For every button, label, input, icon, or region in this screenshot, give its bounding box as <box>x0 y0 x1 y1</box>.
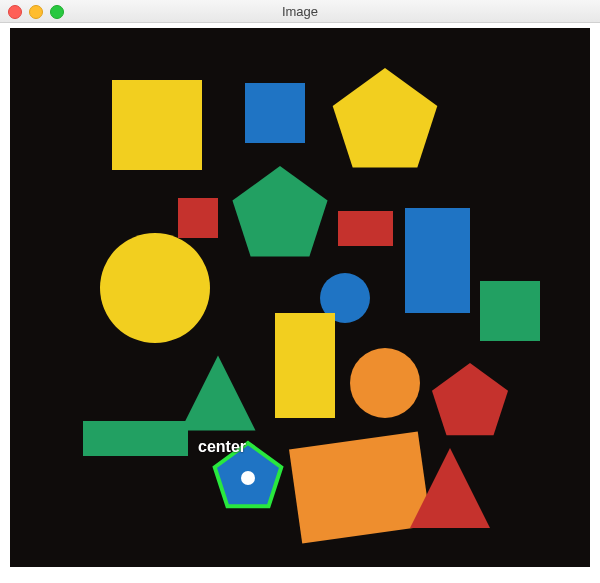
shape-red-small-square <box>178 198 218 238</box>
image-svg <box>10 28 590 567</box>
shape-yellow-circle-mid-left <box>100 233 210 343</box>
shape-red-small-rect <box>338 211 393 246</box>
shape-orange-big-rect <box>289 431 431 543</box>
shape-orange-circle <box>350 348 420 418</box>
shape-blue-pentagon-annotated-center-dot <box>241 471 255 485</box>
shape-blue-tall-rect <box>405 208 470 313</box>
shape-yellow-tall-rect <box>275 313 335 418</box>
image-canvas: center <box>10 28 590 567</box>
titlebar: Image <box>0 0 600 23</box>
shape-yellow-square-top-left <box>112 80 202 170</box>
shape-green-square-right <box>480 281 540 341</box>
shape-blue-square-top <box>245 83 305 143</box>
window: Image center <box>0 0 600 583</box>
close-icon[interactable] <box>8 5 22 19</box>
shape-green-bar-bottom-left <box>83 421 188 456</box>
minimize-icon[interactable] <box>29 5 43 19</box>
traffic-lights <box>8 5 64 19</box>
window-title: Image <box>282 4 318 19</box>
maximize-icon[interactable] <box>50 5 64 19</box>
center-label: center <box>198 438 246 456</box>
